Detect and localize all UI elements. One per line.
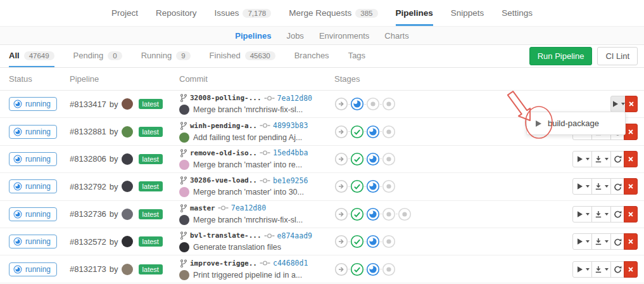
commit-message-link[interactable]: Merge branch 'mrchrisw-fix-sl... [193, 105, 303, 114]
commit-message-link[interactable]: Print triggered pipeline id in a... [193, 271, 302, 280]
retry-pipeline-button[interactable] [610, 151, 624, 167]
branch-link[interactable]: remove-old-iso.. [190, 149, 257, 157]
play-pipeline-button[interactable] [610, 96, 626, 112]
stage-skipped-icon[interactable] [334, 97, 348, 111]
nav-item-project[interactable]: Project [111, 0, 138, 26]
cancel-pipeline-button[interactable] [625, 96, 638, 112]
stage-passed-icon[interactable] [350, 179, 364, 193]
download-pipeline-button[interactable] [591, 206, 611, 223]
commit-author-avatar[interactable] [179, 132, 189, 143]
stage-skipped-icon[interactable] [334, 152, 348, 166]
nav-item-settings[interactable]: Settings [502, 0, 533, 26]
commit-message-link[interactable]: Merge branch 'mrchrisw-fix-sl... [193, 216, 303, 224]
retry-pipeline-button[interactable] [610, 261, 624, 278]
status-badge[interactable]: running [9, 207, 57, 221]
pipeline-link[interactable]: #8132792 [70, 182, 106, 191]
cancel-pipeline-button[interactable] [624, 151, 638, 167]
tab-branches[interactable]: Branches [294, 45, 329, 67]
download-pipeline-button[interactable] [591, 233, 611, 250]
stage-skipped-icon[interactable] [334, 207, 348, 221]
user-avatar[interactable] [122, 209, 133, 220]
pipeline-link[interactable]: #8132881 [70, 127, 106, 136]
pipeline-link[interactable]: #8133417 [70, 100, 106, 109]
play-pipeline-button[interactable] [572, 151, 592, 167]
branch-link[interactable]: 30286-vue-load.. [190, 176, 257, 184]
user-avatar[interactable] [122, 264, 133, 275]
stage-created-icon[interactable] [366, 97, 380, 111]
stage-created-icon[interactable] [382, 125, 396, 139]
stage-running-icon[interactable] [366, 235, 380, 248]
retry-pipeline-button[interactable] [610, 206, 624, 223]
retry-pipeline-button[interactable] [610, 178, 624, 195]
nav-item-snippets[interactable]: Snippets [451, 0, 484, 26]
stage-skipped-icon[interactable] [334, 125, 348, 139]
nav-item-merge-requests[interactable]: Merge Requests385 [289, 0, 377, 26]
commit-author-avatar[interactable] [179, 270, 189, 280]
tab-all[interactable]: All47649 [9, 45, 54, 67]
user-avatar[interactable] [122, 181, 133, 192]
cancel-pipeline-button[interactable] [624, 178, 638, 195]
commit-sha-link[interactable]: be1e9256 [273, 176, 308, 185]
stage-created-icon[interactable] [382, 235, 396, 248]
tab-tags[interactable]: Tags [348, 45, 365, 67]
commit-author-avatar[interactable] [179, 215, 189, 225]
branch-link[interactable]: winh-pending-a.. [190, 122, 257, 130]
dropdown-item-build-package[interactable]: build-package [527, 116, 625, 131]
stage-created-icon[interactable] [382, 179, 396, 193]
commit-author-avatar[interactable] [179, 187, 189, 197]
pipeline-link[interactable]: #8132572 [70, 237, 106, 247]
tab-pending[interactable]: Pending0 [73, 45, 122, 67]
commit-sha-link[interactable]: e874aad9 [277, 231, 312, 240]
stage-running-icon[interactable] [366, 262, 380, 276]
status-badge[interactable]: running [9, 235, 57, 248]
commit-message-link[interactable]: Merge branch 'master' into re... [193, 160, 302, 169]
status-badge[interactable]: running [9, 262, 57, 276]
ci-lint-button[interactable]: CI Lint [597, 47, 638, 65]
stage-passed-icon[interactable] [350, 125, 364, 139]
play-pipeline-button[interactable] [572, 261, 592, 278]
nav-item-pipelines[interactable]: Pipelines [396, 0, 433, 26]
commit-message-link[interactable]: Generate translation files [193, 243, 281, 252]
commit-sha-link[interactable]: 7ea12d80 [231, 203, 266, 212]
commit-author-avatar[interactable] [179, 160, 189, 170]
nav-item-repository[interactable]: Repository [156, 0, 197, 26]
commit-sha-link[interactable]: 15ed4bba [273, 148, 308, 157]
stage-created-icon[interactable] [382, 152, 396, 166]
retry-pipeline-button[interactable] [610, 233, 624, 250]
branch-link[interactable]: improve-trigge.. [190, 259, 257, 268]
nav-item-issues[interactable]: Issues7,178 [214, 0, 271, 26]
commit-sha-link[interactable]: 48993b83 [273, 121, 308, 130]
pipeline-link[interactable]: #8132806 [70, 154, 106, 164]
branch-link[interactable]: master [190, 204, 215, 212]
branch-link[interactable]: bvl-translate-... [190, 231, 262, 240]
download-pipeline-button[interactable] [591, 151, 611, 167]
pipeline-link[interactable]: #8132173 [70, 264, 106, 274]
subnav-item-charts[interactable]: Charts [384, 31, 408, 41]
commit-author-avatar[interactable] [179, 242, 189, 252]
subnav-item-environments[interactable]: Environments [319, 31, 369, 41]
tab-finished[interactable]: Finished45630 [210, 45, 275, 67]
stage-running-icon[interactable] [366, 152, 380, 166]
user-avatar[interactable] [122, 236, 133, 247]
cancel-pipeline-button[interactable] [624, 261, 638, 278]
play-pipeline-button[interactable] [572, 206, 592, 223]
stage-running-icon[interactable] [350, 97, 364, 111]
status-badge[interactable]: running [9, 179, 57, 193]
stage-running-icon[interactable] [366, 179, 380, 193]
stage-created-icon[interactable] [382, 262, 396, 276]
stage-passed-icon[interactable] [350, 152, 364, 166]
cancel-pipeline-button[interactable] [624, 233, 638, 250]
tab-running[interactable]: Running9 [141, 45, 191, 67]
branch-link[interactable]: 32008-polling-... [190, 94, 262, 102]
stage-passed-icon[interactable] [350, 262, 364, 276]
stage-passed-icon[interactable] [350, 207, 364, 221]
status-badge[interactable]: running [9, 97, 57, 111]
subnav-item-jobs[interactable]: Jobs [286, 31, 303, 41]
pipeline-link[interactable]: #8132736 [70, 209, 106, 219]
stage-created-icon[interactable] [382, 97, 396, 111]
stage-created-icon[interactable] [382, 207, 396, 221]
commit-author-avatar[interactable] [179, 105, 189, 115]
user-avatar[interactable] [122, 153, 133, 165]
status-badge[interactable]: running [9, 152, 57, 166]
stage-passed-icon[interactable] [350, 235, 364, 248]
